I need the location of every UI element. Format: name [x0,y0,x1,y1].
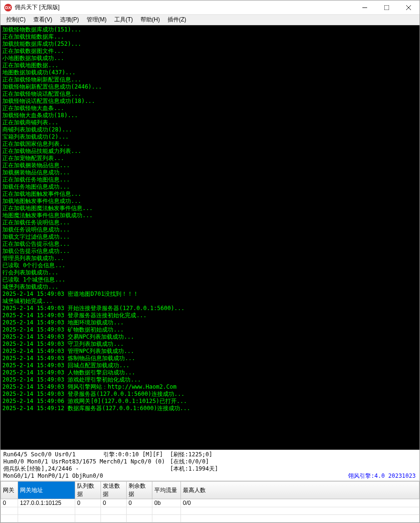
console-line: 正在加载地图魔法触发事件信息... [2,205,418,212]
table-cell [1,523,18,523]
console-line: 加载怪物刷新配置信息成功(2446)... [2,83,418,91]
table-cell [18,515,75,523]
col-avg[interactable]: 平均流量 [152,482,181,499]
table-cell: 0 [1,499,18,507]
maximize-button[interactable] [376,0,398,15]
console-line: 正在加载物品技能威力列表... [2,148,418,155]
console-line: 宝箱列表加载成功(2)... [2,133,418,141]
stat-monsters: [刷怪:1225;0] [170,451,265,458]
stat-hum: Hum0/0 Mon0/1 UsrRot83/1675 Merch0/1 Npc… [3,458,170,465]
table-row[interactable] [1,507,420,515]
minimize-icon [362,5,367,10]
minimize-button[interactable] [354,0,376,15]
console-line: 加载任务说明信息成功... [2,226,418,233]
table-cell [127,507,152,515]
table-cell [181,507,420,515]
table-cell [18,523,75,523]
titlebar: DX 佣兵天下 [无限版] [0,0,420,15]
table-cell [127,523,152,523]
console-line: 2025-2-14 15:49:03 开始连接登录服务器(127.0.0.1:5… [2,305,418,312]
table-cell [101,515,127,523]
menu-tools[interactable]: 工具(T) [110,15,137,25]
console-line: 2025-2-14 15:49:03 交易NPC列表加载成功... [2,333,418,341]
console-line: 2025-2-14 15:49:06 游戏网关[0](127.0.0.1:101… [2,398,418,405]
stat-captain: 佣兵队长[经验],24/2446 - [3,465,170,473]
table-cell [18,507,75,515]
console-line: 管理员列表加载成功... [2,255,418,262]
console-line: 加载公告提示信息成功... [2,248,418,255]
table-cell [152,515,181,523]
console-line: 正在加载怪物刷新配置信息... [2,76,418,83]
table-cell [181,523,420,523]
menu-control[interactable]: 控制(C) [2,15,30,25]
table-cell [1,507,18,515]
table-row[interactable] [1,515,420,523]
console-line: 正在加载捆装物品信息... [2,162,418,169]
console-line: 正在加载怪物大血条... [2,105,418,112]
table-cell [152,523,181,523]
close-button[interactable] [398,0,420,15]
console-line: 2025-2-14 15:49:03 登录服务器(127.0.0.1:5600)… [2,391,418,398]
console-line: 正在加载怪物说话配置信息... [2,91,418,98]
console-line: 已读取 1个城堡信息... [2,276,418,283]
col-gateway[interactable]: 网关 [1,482,18,499]
console-line: 加载地图触发事件信息成功... [2,198,418,205]
menu-view[interactable]: 查看(V) [30,15,56,25]
console-line: 城堡列表加载成功... [2,283,418,291]
console-output[interactable]: 加载怪物数据库成功(151)...正在加载技能数据库...加载技能数据库成功(2… [0,25,420,450]
menu-plugins[interactable]: 插件(Z) [164,15,190,25]
gateway-grid-wrap[interactable]: 网关 网关地址 队列数据 发送数据 剩余数据 平均流量 最高人数 0127.0.… [0,481,420,523]
console-line: 正在加载地图数据... [2,62,418,69]
table-cell: 0 [101,499,127,507]
console-line: 正在加载任务地图信息... [2,176,418,183]
console-line: 加载文字过滤信息成功... [2,233,418,241]
svg-rect-1 [384,5,389,10]
table-cell: 0b [152,499,181,507]
console-line: 加载怪物数据库成功(151)... [2,26,418,33]
console-line: 2025-2-14 15:49:03 管理NPC列表加载成功... [2,348,418,355]
console-line: 正在加载数据图文件... [2,48,418,55]
table-row[interactable]: 0127.0.0.1:101250000b0/0 [1,499,420,507]
console-line: 地图数据加载成功(437)... [2,69,418,76]
table-cell [152,507,181,515]
gateway-grid: 网关 网关地址 队列数据 发送数据 剩余数据 平均流量 最高人数 0127.0.… [0,481,420,523]
console-line: 2025-2-14 15:49:03 人物数据引擎启动成功... [2,369,418,376]
console-line: 城堡城初始完成... [2,298,418,305]
engine-version: 翎风引擎:4.0 20231023 [348,473,416,480]
console-line: 2025-2-14 15:49:12 数据库服务器(127.0.0.1:6000… [2,405,418,412]
console-line: 2025-2-14 15:49:03 回城点配置加载成功... [2,362,418,369]
table-row[interactable] [1,523,420,523]
console-line: 2025-2-14 15:49:03 登录服务器连接初始化完成... [2,312,418,319]
console-line: 正在加载地图触发事件信息... [2,191,418,198]
table-cell [75,515,101,523]
table-cell: 0 [127,499,152,507]
console-line: 正在加载任务说明信息... [2,219,418,226]
table-cell [75,507,101,515]
console-line: 2025-2-14 15:49:03 密道地图D701没找到！！！ [2,291,418,298]
stat-engine: 引擎:0:0:10 [M][F] [103,451,170,458]
table-cell: 0 [75,499,101,507]
console-line: 正在加载公告提示信息... [2,241,418,248]
menu-options[interactable]: 选项(P) [56,15,83,25]
col-max[interactable]: 最高人数 [181,482,420,499]
console-line: 2025-2-14 15:49:03 矿物数据初始成功... [2,326,418,333]
table-cell: 0/0 [181,499,420,507]
maximize-icon [384,5,389,10]
window-title: 佣兵天下 [无限版] [15,3,354,11]
table-cell [181,515,420,523]
menu-help[interactable]: 帮助(H) [137,15,164,25]
menu-manage[interactable]: 管理(M) [83,15,110,25]
console-line: 2025-2-14 15:49:03 守卫列表加载成功... [2,341,418,348]
console-line: 2025-2-14 15:49:03 炼制物品信息加载成功... [2,355,418,362]
console-line: 正在加载技能数据库... [2,33,418,40]
table-cell [127,515,152,523]
col-address[interactable]: 网关地址 [18,482,75,499]
col-remain[interactable]: 剩余数据 [127,482,152,499]
table-cell [101,507,127,515]
col-queue[interactable]: 队列数据 [75,482,101,499]
table-cell: 127.0.0.1:10125 [18,499,75,507]
stat-run: Run64/5 Soc0/0 Usr0/1 [3,451,103,458]
console-line: 正在加宠物配置列表... [2,155,418,162]
console-line: 地图魔法触发事件信息加载成功... [2,212,418,219]
col-send[interactable]: 发送数据 [101,482,127,499]
